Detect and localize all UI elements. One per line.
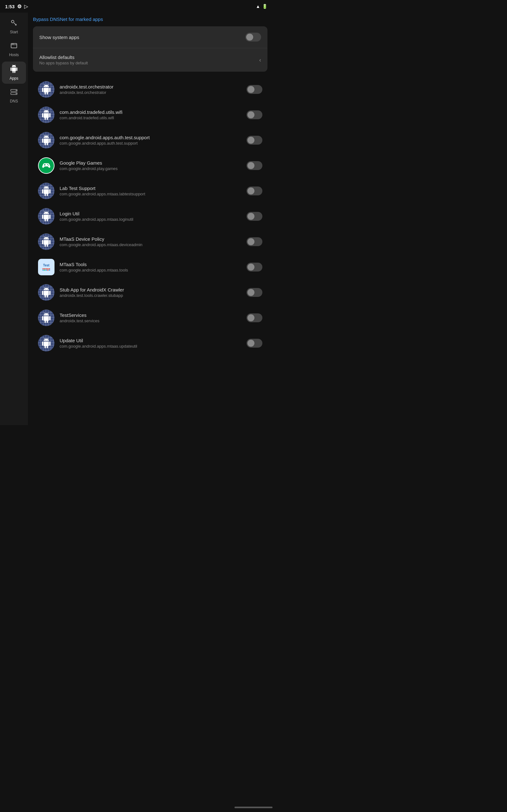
app-package-3: com.google.android.play.games: [60, 166, 241, 171]
status-icons: ▲ 🔋: [256, 4, 268, 9]
svg-point-12: [48, 165, 49, 165]
battery-icon: 🔋: [262, 4, 268, 9]
app-info-7: MTaaS Tools com.google.android.apps.mtaa…: [60, 262, 241, 272]
app-name-2: com.google.android.apps.auth.test.suppor…: [60, 135, 241, 140]
app-package-10: com.google.android.apps.mtaas.updateutil: [60, 344, 241, 349]
app-info-9: TestServices androidx.test.services: [60, 312, 241, 323]
show-system-apps-toggle[interactable]: [245, 33, 261, 42]
app-package-8: androidx.test.tools.crawler.stubapp: [60, 293, 241, 298]
app-info-0: androidx.test.orchestrator androidx.test…: [60, 84, 241, 95]
android-nav-icon: [10, 65, 18, 75]
sidebar-item-apps[interactable]: Apps: [2, 61, 26, 84]
app-toggle-7[interactable]: [246, 263, 262, 271]
list-item[interactable]: Login Util com.google.android.apps.mtaas…: [33, 204, 268, 229]
list-item[interactable]: TestServices androidx.test.services: [33, 305, 268, 331]
app-info-4: Lab Test Support com.google.android.apps…: [60, 186, 241, 196]
sidebar-label-hosts: Hosts: [9, 53, 19, 57]
app-icon-0: [38, 81, 55, 98]
app-toggle-3[interactable]: [246, 161, 262, 170]
app-icon-5: [38, 208, 55, 224]
app-name-3: Google Play Games: [60, 160, 241, 165]
app-package-4: com.google.android.apps.mtaas.labtestsup…: [60, 192, 241, 196]
list-item[interactable]: androidx.test.orchestrator androidx.test…: [33, 77, 268, 102]
list-item[interactable]: Test MTaaS Tools: [33, 254, 268, 280]
dns-icon: [10, 88, 18, 98]
show-system-apps-label-group: Show system apps: [39, 35, 79, 40]
sidebar-label-dns: DNS: [10, 99, 18, 103]
svg-point-8: [16, 93, 17, 94]
list-item[interactable]: Lab Test Support com.google.android.apps…: [33, 178, 268, 204]
app-icon-4: [38, 183, 55, 199]
page-title: Bypass DNSNet for marked apps: [33, 16, 268, 22]
svg-point-11: [47, 164, 48, 165]
app-name-7: MTaaS Tools: [60, 262, 241, 267]
app-name-6: MTaaS Device Policy: [60, 236, 241, 242]
allowlist-defaults-title: Allowlist defaults: [39, 55, 88, 60]
app-icon-2: [38, 132, 55, 148]
time-display: 1:53: [5, 4, 14, 9]
svg-rect-1: [11, 44, 17, 48]
key-icon: [10, 19, 18, 29]
app-toggle-1[interactable]: [246, 110, 262, 119]
app-package-9: androidx.test.services: [60, 318, 241, 323]
app-toggle-8[interactable]: [246, 288, 262, 297]
content-area: Bypass DNSNet for marked apps Show syste…: [28, 13, 273, 425]
app-toggle-6[interactable]: [246, 237, 262, 246]
list-item[interactable]: Stub App for AndroidX Crawler androidx.t…: [33, 280, 268, 305]
allowlist-defaults-subtitle: No apps bypass by default: [39, 61, 88, 65]
sidebar-label-apps: Apps: [9, 76, 18, 81]
app-info-8: Stub App for AndroidX Crawler androidx.t…: [60, 287, 241, 298]
svg-point-7: [16, 90, 17, 91]
list-item[interactable]: com.google.android.apps.auth.test.suppor…: [33, 128, 268, 153]
app-info-10: Update Util com.google.android.apps.mtaa…: [60, 338, 241, 349]
allowlist-defaults-row[interactable]: Allowlist defaults No apps bypass by def…: [33, 48, 268, 72]
app-name-10: Update Util: [60, 338, 241, 343]
app-icon-8: [38, 284, 55, 301]
app-package-0: androidx.test.orchestrator: [60, 90, 241, 95]
main-layout: Start Hosts Apps: [0, 13, 273, 425]
app-icon-9: [38, 310, 55, 326]
hosts-icon: [10, 42, 18, 51]
allowlist-chevron-icon: ‹: [259, 57, 261, 63]
app-info-3: Google Play Games com.google.android.pla…: [60, 160, 241, 171]
sidebar-item-start[interactable]: Start: [2, 16, 26, 38]
app-package-6: com.google.android.apps.mtaas.deviceadmi…: [60, 242, 241, 247]
list-item[interactable]: Update Util com.google.android.apps.mtaa…: [33, 331, 268, 356]
svg-point-3: [12, 44, 13, 44]
wifi-icon: ▲: [256, 4, 260, 9]
list-item[interactable]: MTaaS Device Policy com.google.android.a…: [33, 229, 268, 254]
app-toggle-4[interactable]: [246, 187, 262, 195]
allowlist-defaults-text: Allowlist defaults No apps bypass by def…: [39, 55, 88, 65]
app-name-8: Stub App for AndroidX Crawler: [60, 287, 241, 293]
show-system-apps-row[interactable]: Show system apps: [33, 26, 268, 48]
svg-rect-10: [44, 164, 45, 165]
app-name-5: Login Util: [60, 211, 241, 216]
app-info-1: com.android.tradefed.utils.wifi com.andr…: [60, 109, 241, 120]
sidebar-item-hosts[interactable]: Hosts: [2, 39, 26, 60]
app-icon-7: Test: [38, 259, 55, 275]
sidebar: Start Hosts Apps: [0, 13, 28, 425]
app-icon-10: [38, 335, 55, 351]
svg-point-4: [13, 44, 14, 44]
app-toggle-9[interactable]: [246, 313, 262, 322]
settings-icon: ⚙: [17, 3, 21, 9]
app-toggle-2[interactable]: [246, 136, 262, 145]
app-info-5: Login Util com.google.android.apps.mtaas…: [60, 211, 241, 222]
app-info-6: MTaaS Device Policy com.google.android.a…: [60, 236, 241, 247]
play-store-icon: ▷: [24, 3, 28, 9]
app-toggle-10[interactable]: [246, 339, 262, 348]
svg-point-0: [11, 20, 14, 23]
list-item[interactable]: com.android.tradefed.utils.wifi com.andr…: [33, 102, 268, 128]
app-name-9: TestServices: [60, 312, 241, 318]
app-toggle-5[interactable]: [246, 212, 262, 221]
app-package-5: com.google.android.apps.mtaas.loginutil: [60, 217, 241, 222]
sidebar-item-dns[interactable]: DNS: [2, 85, 26, 107]
app-list: androidx.test.orchestrator androidx.test…: [33, 77, 268, 356]
app-toggle-0[interactable]: [246, 85, 262, 94]
list-item[interactable]: Google Play Games com.google.android.pla…: [33, 153, 268, 178]
status-bar: 1:53 ⚙ ▷ ▲ 🔋: [0, 0, 273, 13]
app-icon-6: [38, 234, 55, 250]
app-package-2: com.google.android.apps.auth.test.suppor…: [60, 141, 241, 146]
app-icon-1: [38, 107, 55, 123]
app-package-7: com.google.android.apps.mtaas.tools: [60, 268, 241, 272]
